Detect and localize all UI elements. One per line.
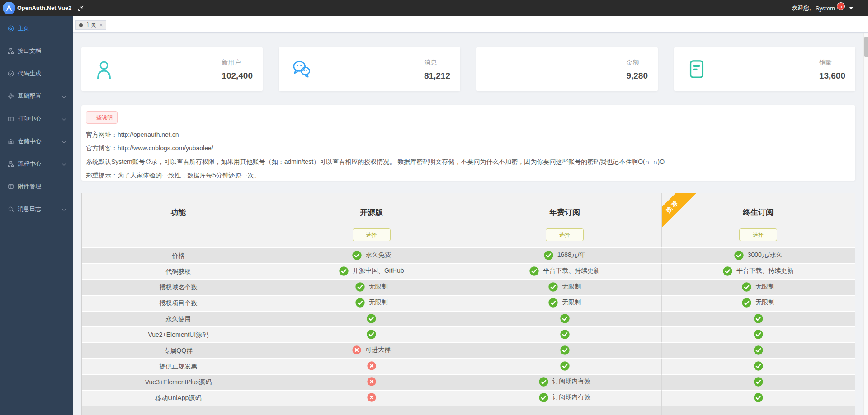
plan-cell: 平台下载、持续更新 — [662, 263, 855, 279]
check-icon — [560, 361, 570, 371]
chevron-down-icon — [61, 117, 66, 123]
tab-close-icon[interactable]: × — [99, 22, 103, 28]
sidebar-item-label: 基础配置 — [18, 92, 41, 100]
feature-name: 授权项目个数 — [82, 295, 275, 311]
wechat-icon — [291, 59, 312, 79]
stat-card-1[interactable]: 消息81,212 — [279, 47, 460, 91]
plan-cell — [275, 374, 469, 390]
plan-cell: 无限制 — [662, 279, 855, 295]
pricing-plan-header-1: 年费订阅选择 — [468, 193, 662, 247]
stat-label: 金额 — [626, 58, 648, 66]
check-icon — [734, 251, 744, 260]
feature-name: 代码获取 — [82, 263, 275, 279]
book-icon — [8, 183, 14, 190]
plan-cell — [662, 406, 855, 415]
pricing-row-0: 价格永久免费1688元/年3000元/永久 — [82, 247, 855, 263]
notice-tag: 一些说明 — [86, 111, 118, 124]
stat-card-2[interactable]: 金额9,280 — [476, 47, 658, 91]
plan-cell — [275, 406, 469, 415]
plan-cell — [468, 406, 662, 415]
tab-home[interactable]: 主页 × — [75, 20, 106, 30]
app-title: OpenAuth.Net Vue2 — [17, 5, 71, 11]
sidebar-item-5[interactable]: 仓储中心 — [0, 130, 73, 153]
check-icon — [539, 377, 548, 387]
topbar: OpenAuth.Net Vue2 欢迎您, System 5 — [0, 0, 868, 16]
cross-icon — [367, 393, 376, 402]
collapse-icon[interactable] — [77, 5, 84, 12]
check-icon — [754, 377, 763, 387]
stat-value: 9,280 — [626, 71, 648, 80]
pricing-feature-header: 功能 — [82, 193, 275, 247]
pricing-plan-header-2: 推荐终生订阅选择 — [662, 193, 855, 247]
home-icon — [8, 25, 14, 32]
scrollbar[interactable] — [863, 33, 868, 415]
notice-line-3: 郑重提示：为了大家体验的一致性，数据库每5分钟还原一次。 — [86, 168, 851, 181]
stat-value: 13,600 — [819, 71, 845, 80]
tree-icon — [8, 48, 14, 54]
gear-icon — [8, 93, 14, 99]
plan-cell: 1688元/年 — [468, 247, 662, 263]
sidebar: 主页接口文档代码生成基础配置打印中心仓储中心流程中心附件管理消息日志 — [0, 16, 73, 415]
sidebar-item-label: 代码生成 — [18, 70, 41, 78]
choose-plan-button-2[interactable]: 选择 — [739, 228, 777, 241]
pricing-row-3: 授权项目个数无限制无限制无限制 — [82, 295, 855, 311]
sidebar-item-label: 流程中心 — [18, 160, 41, 168]
plan-cell: 开源中国、GitHub — [275, 263, 469, 279]
sidebar-item-6[interactable]: 流程中心 — [0, 153, 73, 175]
plan-cell — [662, 342, 855, 358]
plan-cell: 无限制 — [662, 295, 855, 311]
plan-cell: 无限制 — [468, 295, 662, 311]
check-icon — [742, 282, 751, 292]
plan-cell — [662, 311, 855, 326]
check-icon — [539, 393, 548, 402]
sidebar-item-2[interactable]: 代码生成 — [0, 62, 73, 85]
check-circle-icon — [8, 70, 14, 77]
chevron-down-icon[interactable] — [849, 7, 854, 9]
welcome-text: 欢迎您, — [792, 4, 811, 12]
plan-cell — [468, 311, 662, 326]
pricing-plan-header-0: 开源版选择 — [275, 193, 469, 247]
document-icon — [686, 59, 707, 79]
stat-cards: 新用户102,400消息81,212金额9,280销量13,600 — [81, 47, 855, 91]
sidebar-item-7[interactable]: 附件管理 — [0, 175, 73, 198]
feature-name: Vue2+ElementUI源码 — [82, 326, 275, 342]
notice-lines: 官方网址：http://openauth.net.cn官方博客：http://w… — [86, 128, 851, 181]
tree-icon — [8, 161, 14, 167]
check-icon — [754, 361, 763, 371]
plan-cell — [275, 326, 469, 342]
stat-card-3[interactable]: 销量13,600 — [674, 47, 855, 91]
check-icon — [742, 298, 751, 308]
none-icon — [489, 59, 509, 79]
notice-panel: 一些说明 官方网址：http://openauth.net.cn官方博客：htt… — [81, 105, 855, 181]
sidebar-item-4[interactable]: 打印中心 — [0, 107, 73, 130]
feature-name: 移动UniApp源码 — [82, 390, 275, 406]
tab-bar: 主页 × — [73, 16, 868, 33]
feature-name: 专属QQ群 — [82, 342, 275, 358]
feature-name: 价格 — [82, 247, 275, 263]
choose-plan-button-1[interactable]: 选择 — [546, 228, 584, 241]
scrollbar-thumb[interactable] — [864, 37, 868, 57]
check-icon — [754, 314, 763, 323]
notice-line-2: 系统默认System账号登录，可以查看所有权限，如果用其他账号（如：admin/… — [86, 155, 851, 168]
sidebar-item-label: 接口文档 — [18, 47, 41, 55]
check-icon — [529, 266, 539, 276]
user-menu[interactable]: 欢迎您, System 5 — [792, 4, 854, 12]
stat-label: 销量 — [819, 58, 845, 66]
plan-cell: 无限制 — [468, 279, 662, 295]
stat-card-0[interactable]: 新用户102,400 — [81, 47, 263, 91]
sidebar-item-0[interactable]: 主页 — [0, 17, 73, 40]
sidebar-item-1[interactable]: 接口文档 — [0, 40, 73, 62]
plan-cell — [275, 358, 469, 374]
sidebar-item-8[interactable]: 消息日志 — [0, 198, 73, 220]
pricing-table: 功能开源版选择年费订阅选择推荐终生订阅选择 价格永久免费1688元/年3000元… — [81, 193, 855, 415]
pricing-header-row: 功能开源版选择年费订阅选择推荐终生订阅选择 — [82, 193, 855, 247]
check-icon — [560, 330, 570, 339]
pricing-row-7: 提供正规发票 — [82, 358, 855, 374]
notification-badge[interactable]: 5 — [837, 2, 845, 10]
plan-cell: 无限制 — [275, 295, 469, 311]
choose-plan-button-0[interactable]: 选择 — [353, 228, 391, 241]
username: System — [816, 5, 835, 12]
notice-line-1: 官方博客：http://www.cnblogs.com/yubaolee/ — [86, 141, 851, 155]
plan-cell — [468, 326, 662, 342]
sidebar-item-3[interactable]: 基础配置 — [0, 85, 73, 107]
